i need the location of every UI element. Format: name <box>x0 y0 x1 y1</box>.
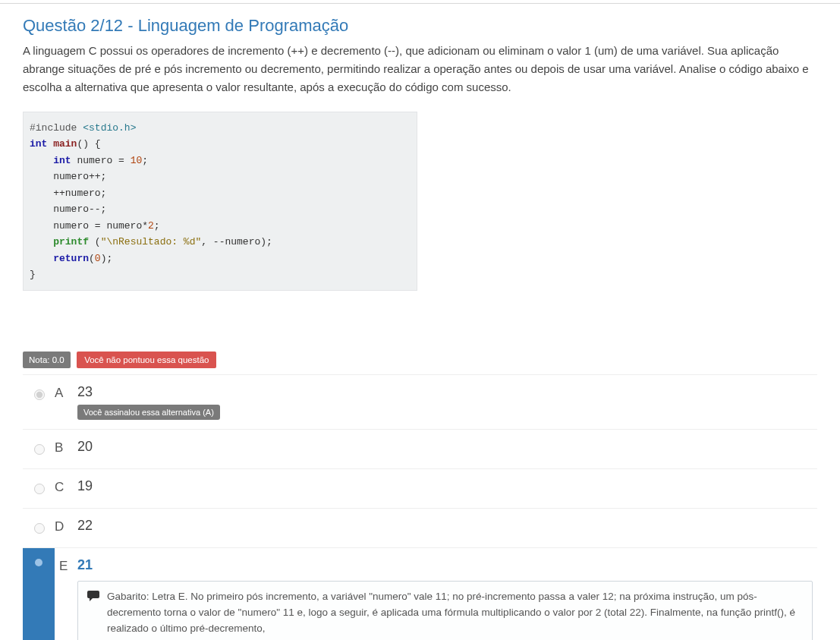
code-text: numero = numero* <box>30 220 148 232</box>
answer-letter: A <box>55 384 77 401</box>
answer-value-d: 22 <box>77 518 817 534</box>
answer-value-cell: 19 <box>77 478 817 494</box>
answer-value-cell: 22 <box>77 518 817 534</box>
question-page: Questão 2/12 - Linguagem de Programação … <box>0 4 840 640</box>
code-preproc: #include <box>30 122 77 134</box>
code-text: numero++; <box>30 171 106 182</box>
correct-dot-icon <box>35 559 42 566</box>
selected-tag: Você assinalou essa alternativa (A) <box>77 405 220 420</box>
code-text: } <box>30 269 36 280</box>
code-kw: int <box>30 138 47 150</box>
answer-value-cell: 21 Gabarito: Letra E. No primeiro pós in… <box>77 557 817 640</box>
answer-value-c: 19 <box>77 478 817 494</box>
code-call: printf <box>53 236 89 247</box>
answer-radio-b[interactable] <box>34 444 45 455</box>
code-text: numero--; <box>30 203 106 215</box>
answer-letter: B <box>55 439 77 456</box>
answer-radio-d[interactable] <box>34 523 45 534</box>
code-text: ( <box>89 236 101 247</box>
answer-row-b[interactable]: B 20 <box>23 430 817 469</box>
code-text: () { <box>77 138 100 150</box>
answer-letter: D <box>55 518 77 534</box>
code-fn: main <box>53 138 77 150</box>
score-badge: Nota: 0.0 <box>23 352 71 368</box>
code-snippet: #include <stdio.h> int main() { int nume… <box>23 112 417 291</box>
code-text: ( <box>89 253 95 264</box>
gabarito-text: Gabarito: Letra E. No primeiro pós incre… <box>107 589 803 637</box>
answers-list: A 23 Você assinalou essa alternativa (A)… <box>23 374 817 640</box>
answer-row-d[interactable]: D 22 <box>23 509 817 548</box>
code-header: <stdio.h> <box>83 122 136 134</box>
code-num: 0 <box>95 253 101 264</box>
code-str: "\nResultado: %d" <box>101 236 202 247</box>
code-num: 2 <box>148 220 154 232</box>
code-text: ++numero; <box>30 188 106 199</box>
answer-letter: E <box>55 557 77 574</box>
answer-row-a[interactable]: A 23 Você assinalou essa alternativa (A) <box>23 375 817 430</box>
answer-value-cell: 20 <box>77 439 817 455</box>
code-num: 10 <box>131 155 143 166</box>
score-badges: Nota: 0.0 Você não pontuou essa questão <box>23 352 817 368</box>
answer-row-c[interactable]: C 19 <box>23 469 817 509</box>
answer-value-b: 20 <box>77 439 817 455</box>
answer-value-cell: 23 Você assinalou essa alternativa (A) <box>77 384 817 420</box>
radio-cell <box>23 518 55 538</box>
gabarito-box: Gabarito: Letra E. No primeiro pós incre… <box>77 581 813 640</box>
correct-indicator <box>23 548 55 640</box>
comment-icon <box>87 591 99 637</box>
radio-cell <box>23 439 55 459</box>
code-text: ); <box>101 253 113 264</box>
answer-radio-c[interactable] <box>34 484 45 494</box>
code-text: numero = <box>71 155 131 166</box>
code-text: , --numero); <box>201 236 272 247</box>
answer-letter: C <box>55 478 77 495</box>
answer-row-e[interactable]: E 21 Gabarito: Letra E. No primeiro pós … <box>23 548 817 640</box>
radio-cell <box>23 478 55 499</box>
radio-cell <box>23 384 55 420</box>
fail-badge: Você não pontuou essa questão <box>77 352 216 368</box>
answer-value-e: 21 <box>77 557 813 573</box>
answer-value-a: 23 <box>77 384 817 400</box>
question-title: Questão 2/12 - Linguagem de Programação <box>23 16 817 36</box>
code-kw: return <box>53 253 89 264</box>
question-prompt: A linguagem C possui os operadores de in… <box>23 42 817 96</box>
answer-radio-a[interactable] <box>34 389 45 400</box>
code-kw: int <box>53 155 71 166</box>
